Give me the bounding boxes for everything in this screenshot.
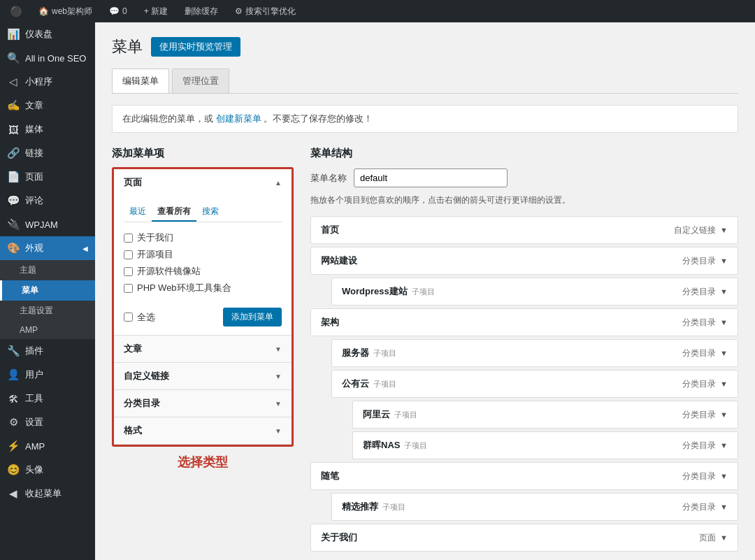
admin-bar-cache[interactable]: 删除缓存 bbox=[180, 0, 222, 22]
sidebar-item-themes[interactable]: 主题 bbox=[0, 260, 95, 280]
admin-bar-logo[interactable]: ⚫ bbox=[6, 0, 26, 22]
collapse-icon: ◀ bbox=[7, 487, 20, 500]
menu-item-server[interactable]: 服务器 子项目 分类目录 ▼ bbox=[331, 339, 738, 367]
sidebar-item-appearance[interactable]: 🎨 外观 ◀ bbox=[0, 236, 95, 260]
menu-item-featured-type: 分类目录 bbox=[682, 501, 716, 513]
page-checkbox-about[interactable] bbox=[124, 234, 133, 243]
create-menu-link[interactable]: 创建新菜单 bbox=[216, 113, 261, 124]
accordion-format-header[interactable]: 格式 ▼ bbox=[114, 417, 292, 444]
sidebar-item-amp-sub[interactable]: AMP bbox=[0, 321, 95, 339]
select-all-text: 全选 bbox=[137, 311, 155, 324]
menu-item-notes-arrow[interactable]: ▼ bbox=[720, 472, 728, 480]
tools-icon: 🛠 bbox=[7, 393, 20, 405]
admin-bar-site-label: web架构师 bbox=[52, 6, 92, 17]
page-checkbox-php[interactable] bbox=[124, 284, 133, 293]
sidebar-item-settings[interactable]: ⚙ 设置 bbox=[0, 410, 95, 434]
page-tab-search[interactable]: 搜索 bbox=[196, 203, 224, 222]
menu-item-webdev-label: 网站建设 bbox=[321, 254, 357, 267]
sidebar-item-avatar[interactable]: 😊 头像 bbox=[0, 458, 95, 482]
admin-bar-cache-label: 删除缓存 bbox=[185, 6, 218, 17]
menu-item-server-arrow[interactable]: ▼ bbox=[720, 349, 728, 357]
add-to-menu-btn[interactable]: 添加到菜单 bbox=[223, 308, 282, 326]
menu-name-input[interactable] bbox=[354, 168, 508, 187]
menu-item-cloud-arrow[interactable]: ▼ bbox=[720, 380, 728, 388]
page-item-about[interactable]: 关于我们 bbox=[124, 229, 282, 246]
posts-icon: ✍ bbox=[7, 99, 20, 112]
accordion-custom-links-arrow: ▼ bbox=[275, 373, 282, 380]
sidebar-item-theme-settings[interactable]: 主题设置 bbox=[0, 301, 95, 321]
menu-item-featured[interactable]: 精选推荐 子项目 分类目录 ▼ bbox=[331, 493, 738, 521]
page-filter-tabs: 最近 查看所有 搜索 bbox=[124, 203, 282, 222]
page-header: 菜单 使用实时预览管理 bbox=[112, 36, 738, 57]
tab-edit-menu[interactable]: 编辑菜单 bbox=[112, 69, 169, 93]
two-col-layout: 添加菜单项 页面 ▲ 最近 查看所有 搜索 bbox=[112, 147, 738, 554]
admin-bar-site[interactable]: 🏠 web架构师 bbox=[34, 0, 96, 22]
sidebar-item-collapse[interactable]: ◀ 收起菜单 bbox=[0, 482, 95, 505]
menu-item-nas[interactable]: 群晖NAS 子项目 分类目录 ▼ bbox=[352, 431, 738, 459]
tab-bar: 编辑菜单 管理位置 bbox=[112, 69, 738, 94]
menu-item-arch[interactable]: 架构 分类目录 ▼ bbox=[310, 308, 738, 336]
menu-item-aliyun-arrow[interactable]: ▼ bbox=[720, 410, 728, 419]
menu-item-webdev[interactable]: 网站建设 分类目录 ▼ bbox=[310, 247, 738, 275]
select-all-checkbox[interactable] bbox=[124, 313, 133, 322]
theme-settings-label: 主题设置 bbox=[20, 306, 53, 315]
sidebar-item-media[interactable]: 🖼 媒体 bbox=[0, 117, 95, 141]
accordion-custom-links-header[interactable]: 自定义链接 ▼ bbox=[114, 363, 292, 389]
select-all-label[interactable]: 全选 bbox=[124, 309, 155, 326]
page-item-mirror[interactable]: 开源软件镜像站 bbox=[124, 263, 282, 280]
menu-item-featured-left: 精选推荐 子项目 bbox=[342, 501, 405, 513]
menu-item-notes[interactable]: 随笔 分类目录 ▼ bbox=[310, 462, 738, 490]
menu-item-home-arrow[interactable]: ▼ bbox=[720, 226, 728, 234]
menu-item-home[interactable]: 首页 自定义链接 ▼ bbox=[310, 216, 738, 244]
sidebar-item-pages[interactable]: 📄 页面 bbox=[0, 165, 95, 189]
sidebar-item-menus[interactable]: 菜单 bbox=[0, 280, 95, 301]
page-checkbox-mirror[interactable] bbox=[124, 267, 133, 276]
sidebar-item-seo[interactable]: 🔍 All in One SEO bbox=[0, 46, 95, 70]
menu-item-arch-arrow[interactable]: ▼ bbox=[720, 318, 728, 326]
menu-item-wp[interactable]: Wordpress建站 子项目 分类目录 ▼ bbox=[331, 278, 738, 306]
sidebar-item-plugins[interactable]: 🔧 插件 bbox=[0, 339, 95, 363]
menu-item-featured-arrow[interactable]: ▼ bbox=[720, 503, 728, 511]
menu-item-nas-arrow[interactable]: ▼ bbox=[720, 441, 728, 450]
sidebar-item-users[interactable]: 👤 用户 bbox=[0, 363, 95, 387]
menu-item-cloud[interactable]: 公有云 子项目 分类目录 ▼ bbox=[331, 370, 738, 398]
sidebar-item-posts[interactable]: ✍ 文章 bbox=[0, 94, 95, 117]
sidebar-item-amp-bottom[interactable]: ⚡ AMP bbox=[0, 434, 95, 458]
sidebar-label-collapse: 收起菜单 bbox=[25, 487, 62, 500]
themes-label: 主题 bbox=[20, 265, 36, 275]
page-item-php[interactable]: PHP Web环境工具集合 bbox=[124, 280, 282, 296]
admin-bar-comments[interactable]: 💬 0 bbox=[105, 0, 131, 22]
menu-item-about-arrow[interactable]: ▼ bbox=[720, 533, 728, 542]
sidebar-item-links[interactable]: 🔗 链接 bbox=[0, 141, 95, 165]
admin-bar-new[interactable]: + 新建 bbox=[140, 0, 172, 22]
menu-item-server-right: 分类目录 ▼ bbox=[682, 347, 728, 359]
preview-btn[interactable]: 使用实时预览管理 bbox=[151, 37, 240, 57]
accordion-posts-header[interactable]: 文章 ▼ bbox=[114, 336, 292, 362]
page-tab-all[interactable]: 查看所有 bbox=[152, 203, 196, 222]
menu-item-webdev-arrow[interactable]: ▼ bbox=[720, 257, 728, 265]
annotation-label: 选择类型 bbox=[112, 454, 294, 471]
sidebar-item-dashboard[interactable]: 📊 仪表盘 bbox=[0, 22, 95, 46]
page-item-opensource[interactable]: 开源项目 bbox=[124, 246, 282, 263]
page-tab-recent[interactable]: 最近 bbox=[124, 203, 152, 222]
sidebar-label-plugins: 插件 bbox=[25, 345, 43, 357]
avatar-icon: 😊 bbox=[7, 464, 20, 476]
sidebar-item-miniapp[interactable]: ◁ 小程序 bbox=[0, 70, 95, 94]
sidebar-item-tools[interactable]: 🛠 工具 bbox=[0, 387, 95, 410]
menu-item-aliyun[interactable]: 阿里云 子项目 分类目录 ▼ bbox=[352, 401, 738, 429]
miniapp-icon: ◁ bbox=[7, 76, 20, 88]
menu-item-server-left: 服务器 子项目 bbox=[342, 347, 396, 359]
admin-bar-seo[interactable]: ⚙ 搜索引擎优化 bbox=[231, 0, 300, 22]
accordion-pages-header[interactable]: 页面 ▲ bbox=[114, 169, 292, 196]
sidebar-label-amp: AMP bbox=[25, 441, 45, 452]
sidebar-item-wpjam[interactable]: 🔌 WPJAM bbox=[0, 213, 95, 236]
sidebar-item-comments[interactable]: 💬 评论 bbox=[0, 189, 95, 213]
amp-sub-label: AMP bbox=[20, 325, 38, 335]
menu-item-wp-arrow[interactable]: ▼ bbox=[720, 287, 728, 296]
admin-bar-comments-label: 0 bbox=[122, 6, 127, 16]
plugins-icon: 🔧 bbox=[7, 345, 20, 357]
menu-item-about[interactable]: 关于我们 页面 ▼ bbox=[310, 524, 738, 552]
tab-manage-locations[interactable]: 管理位置 bbox=[172, 69, 229, 93]
accordion-categories-header[interactable]: 分类目录 ▼ bbox=[114, 390, 292, 417]
page-checkbox-opensource[interactable] bbox=[124, 250, 133, 259]
